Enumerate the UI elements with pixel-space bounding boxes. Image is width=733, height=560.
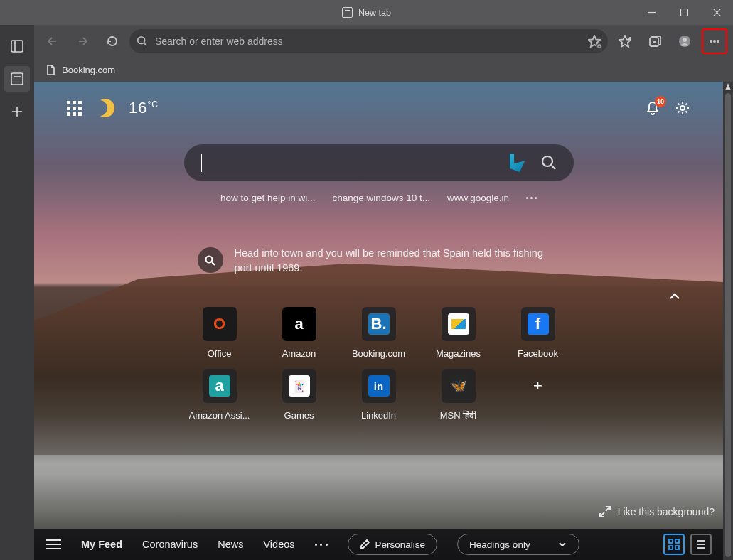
quick-link-tile[interactable]: aAmazon Assi...	[185, 369, 255, 421]
new-tab-button[interactable]	[4, 99, 30, 124]
settings-menu-button[interactable]	[702, 28, 727, 54]
notifications-button[interactable]: 10	[645, 100, 660, 116]
quick-link-tile[interactable]: 🃏Games	[264, 369, 334, 421]
tile-icon	[442, 307, 476, 341]
svg-rect-34	[675, 539, 679, 543]
svg-rect-36	[675, 546, 679, 549]
tile-label: Facebook	[518, 348, 558, 359]
svg-line-28	[552, 166, 555, 169]
profile-button[interactable]	[672, 28, 697, 54]
suggestion[interactable]: how to get help in wi...	[220, 193, 316, 203]
favorites-button[interactable]	[612, 28, 638, 54]
page-settings-button[interactable]	[675, 100, 690, 116]
scrollbar[interactable]	[723, 82, 733, 560]
svg-rect-35	[669, 546, 673, 549]
tile-label: MSN हिंदी	[440, 410, 477, 421]
current-tab-button[interactable]	[4, 66, 30, 92]
tile-icon: 🦋	[442, 369, 476, 403]
svg-point-24	[714, 41, 715, 42]
tile-icon	[282, 307, 316, 341]
feed-tab-coronavirus[interactable]: Coronavirus	[142, 539, 198, 550]
quick-links-grid: OOfficeAmazonB.Booking.comMagazinesfFace…	[185, 307, 573, 421]
notification-badge: 10	[655, 96, 666, 107]
collapse-tiles-icon[interactable]	[668, 290, 681, 303]
tab-label-row: Booking.com	[34, 58, 733, 82]
quick-link-tile[interactable]: Magazines	[424, 307, 493, 359]
feed-bar: My Feed Coronavirus News Videos Personal…	[34, 529, 723, 560]
feed-tab-news[interactable]: News	[218, 539, 243, 550]
hint-search-icon[interactable]	[198, 247, 223, 273]
add-tile-button[interactable]: +	[503, 369, 573, 421]
feed-menu-icon[interactable]	[46, 539, 61, 549]
more-suggestions-icon[interactable]	[526, 197, 537, 199]
background-hint: Head into town and you will be reminded …	[198, 246, 560, 276]
feed-tab-myfeed[interactable]: My Feed	[81, 539, 122, 550]
hint-text: Head into town and you will be reminded …	[235, 246, 560, 276]
temperature[interactable]: 16°C	[129, 99, 159, 117]
forward-button[interactable]	[70, 28, 95, 54]
svg-rect-6	[11, 73, 23, 85]
tile-icon: a	[203, 369, 237, 403]
titlebar: New tab	[0, 0, 733, 25]
quick-link-tile[interactable]: OOffice	[185, 307, 255, 359]
app-launcher-icon[interactable]	[67, 101, 82, 116]
quick-link-tile[interactable]: fFacebook	[503, 307, 573, 359]
svg-point-12	[138, 37, 145, 44]
like-background-label: Like this background?	[618, 506, 715, 517]
svg-rect-1	[680, 9, 687, 16]
tab-icon	[342, 7, 353, 18]
search-icon	[137, 36, 148, 47]
tile-label: Amazon Assi...	[189, 410, 250, 421]
window-maximize-button[interactable]	[668, 0, 700, 25]
tile-label: Booking.com	[352, 348, 405, 359]
suggestion[interactable]: www,google.in	[447, 193, 509, 203]
plus-icon: +	[521, 369, 555, 403]
like-background-button[interactable]: Like this background?	[599, 506, 715, 517]
tile-label: Magazines	[436, 348, 481, 359]
suggestion[interactable]: change windows 10 t...	[333, 193, 430, 203]
bing-logo-icon	[510, 154, 525, 172]
tile-icon: 🃏	[282, 369, 316, 403]
svg-point-23	[710, 41, 712, 42]
grid-view-button[interactable]	[663, 534, 685, 555]
tile-icon: f	[521, 307, 555, 341]
tab-label[interactable]: Booking.com	[62, 65, 115, 75]
back-button[interactable]	[40, 28, 65, 54]
window-minimize-button[interactable]	[635, 0, 668, 25]
tile-label: Amazon	[282, 348, 316, 359]
tab-actions-button[interactable]	[4, 33, 30, 59]
quick-link-tile[interactable]: inLinkedIn	[344, 369, 414, 421]
svg-point-25	[717, 41, 719, 42]
bing-search-box[interactable]	[184, 144, 574, 181]
feed-more-icon[interactable]	[315, 544, 328, 546]
quick-link-tile[interactable]: 🦋MSN हिंदी	[424, 369, 493, 421]
favorite-star-button[interactable]: +	[588, 35, 601, 48]
new-tab-page: 16°C 10 how to get help in wi... change …	[34, 82, 733, 560]
feed-tab-videos[interactable]: Videos	[263, 539, 294, 550]
quick-link-tile[interactable]: B.Booking.com	[344, 307, 414, 359]
address-placeholder: Search or enter web address	[155, 36, 283, 47]
tile-icon: in	[362, 369, 396, 403]
tile-label: Games	[284, 410, 314, 421]
refresh-button[interactable]	[100, 28, 125, 54]
svg-line-13	[144, 43, 147, 46]
chevron-down-icon	[557, 539, 567, 549]
window-close-button[interactable]	[700, 0, 733, 25]
tile-icon: O	[203, 307, 237, 341]
address-bar[interactable]: Search or enter web address +	[129, 29, 608, 53]
browser-toolbar: Search or enter web address +	[34, 25, 733, 58]
list-view-button[interactable]	[690, 534, 712, 555]
layout-dropdown[interactable]: Headings only	[457, 534, 579, 555]
search-submit-icon[interactable]	[541, 155, 557, 171]
weather-icon[interactable]	[96, 99, 114, 117]
quick-link-tile[interactable]: Amazon	[264, 307, 334, 359]
svg-rect-4	[11, 41, 23, 52]
svg-rect-33	[669, 539, 673, 543]
collections-button[interactable]	[642, 28, 668, 54]
vertical-tab-sidebar	[0, 25, 34, 560]
svg-point-22	[683, 38, 687, 42]
page-icon	[46, 65, 56, 75]
expand-icon	[599, 506, 611, 517]
personalise-button[interactable]: Personalise	[348, 534, 438, 555]
tile-icon: B.	[362, 307, 396, 341]
